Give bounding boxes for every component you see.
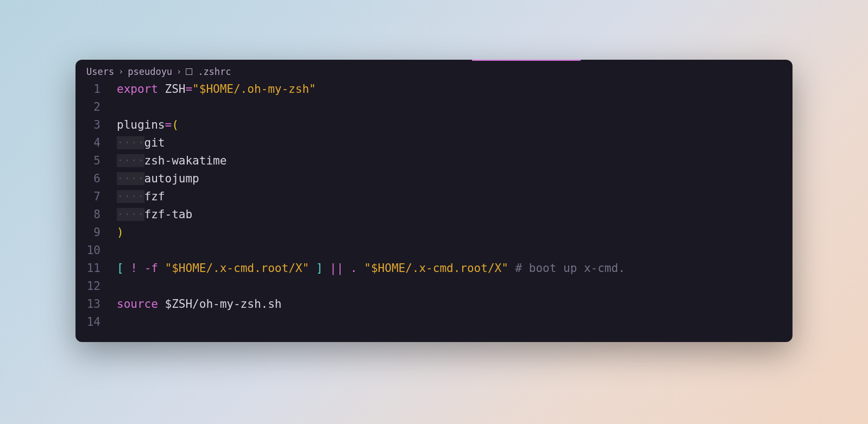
token: plugins <box>117 118 165 131</box>
code-line[interactable]: 12 <box>76 280 792 298</box>
token <box>158 262 165 275</box>
token: "$HOME/.x-cmd.root/X" <box>364 262 508 275</box>
code-line[interactable]: 13source $ZSH/oh-my-zsh.sh <box>76 298 792 315</box>
code-line[interactable]: 11[ ! -f "$HOME/.x-cmd.root/X" ] || . "$… <box>76 262 792 280</box>
line-number: 13 <box>76 298 117 311</box>
line-content[interactable]: ····fzf <box>117 190 165 203</box>
token: # boot up x-cmd. <box>515 262 625 275</box>
code-line[interactable]: 10 <box>76 244 792 262</box>
line-number: 12 <box>76 280 117 293</box>
line-number: 11 <box>76 262 117 275</box>
code-line[interactable]: 3plugins=( <box>76 118 792 136</box>
chevron-right-icon: › <box>177 67 181 77</box>
code-area[interactable]: 1export ZSH="$HOME/.oh-my-zsh"23plugins=… <box>76 80 792 342</box>
code-line[interactable]: 2 <box>76 100 792 118</box>
line-number: 5 <box>76 154 117 167</box>
token <box>124 262 131 275</box>
token: || <box>330 262 343 275</box>
token: = <box>185 83 192 96</box>
tab-indicator <box>472 60 581 61</box>
token <box>158 83 165 96</box>
token: "$HOME/.x-cmd.root/X" <box>165 262 310 275</box>
token: "$HOME/.oh-my-zsh" <box>192 83 316 96</box>
token: ···· <box>117 190 144 203</box>
breadcrumb-file[interactable]: .zshrc <box>198 66 231 77</box>
token: fzf-tab <box>144 208 193 221</box>
code-line[interactable]: 6····autojump <box>76 172 792 190</box>
line-content[interactable]: ····fzf-tab <box>117 208 192 221</box>
token <box>508 262 515 275</box>
breadcrumb[interactable]: Users › pseudoyu › .zshrc <box>76 60 792 80</box>
token: autojump <box>144 172 199 185</box>
line-number: 4 <box>76 136 117 149</box>
line-content[interactable]: export ZSH="$HOME/.oh-my-zsh" <box>117 83 316 96</box>
token <box>309 262 316 275</box>
token: git <box>144 136 165 149</box>
line-content[interactable]: ) <box>117 226 124 239</box>
code-line[interactable]: 4····git <box>76 136 792 154</box>
token <box>158 298 165 311</box>
token: export <box>117 83 158 96</box>
token: = <box>165 118 172 131</box>
token: source <box>117 298 158 311</box>
chevron-right-icon: › <box>118 67 123 77</box>
line-content[interactable]: ····git <box>117 136 165 149</box>
code-line[interactable]: 7····fzf <box>76 190 792 208</box>
editor-window: Users › pseudoyu › .zshrc 1export ZSH="$… <box>76 60 792 342</box>
code-line[interactable]: 14 <box>76 315 792 333</box>
file-icon <box>186 68 192 75</box>
line-content[interactable]: [ ! -f "$HOME/.x-cmd.root/X" ] || . "$HO… <box>117 262 625 275</box>
line-number: 7 <box>76 190 117 203</box>
token <box>343 262 350 275</box>
token: $ZSH <box>165 298 193 311</box>
token <box>357 262 364 275</box>
token: ···· <box>117 136 144 149</box>
token: ···· <box>117 172 144 185</box>
line-number: 8 <box>76 208 117 221</box>
token: ···· <box>117 208 144 221</box>
token: fzf <box>144 190 165 203</box>
token: . <box>350 262 357 275</box>
code-line[interactable]: 5····zsh-wakatime <box>76 154 792 172</box>
line-content[interactable]: plugins=( <box>117 118 179 131</box>
line-number: 9 <box>76 226 117 239</box>
line-content[interactable]: ····autojump <box>117 172 199 185</box>
token: ( <box>172 118 179 131</box>
line-number: 10 <box>76 244 117 257</box>
token: ! <box>130 262 137 275</box>
code-line[interactable]: 8····fzf-tab <box>76 208 792 226</box>
breadcrumb-part[interactable]: Users <box>86 66 114 77</box>
token: /oh-my-zsh.sh <box>192 298 281 311</box>
token: ZSH <box>165 83 186 96</box>
token: ] <box>316 262 323 275</box>
token <box>323 262 330 275</box>
code-line[interactable]: 9) <box>76 226 792 244</box>
line-content[interactable]: ····zsh-wakatime <box>117 154 227 167</box>
token: -f <box>144 262 158 275</box>
line-number: 2 <box>76 100 117 113</box>
breadcrumb-part[interactable]: pseudoyu <box>128 66 172 77</box>
line-content[interactable]: source $ZSH/oh-my-zsh.sh <box>117 298 281 311</box>
line-number: 1 <box>76 83 117 96</box>
line-number: 6 <box>76 172 117 185</box>
line-number: 3 <box>76 118 117 131</box>
token: ) <box>117 226 124 239</box>
line-number: 14 <box>76 315 117 328</box>
token: ···· <box>117 154 144 167</box>
token: [ <box>117 262 124 275</box>
code-line[interactable]: 1export ZSH="$HOME/.oh-my-zsh" <box>76 83 792 100</box>
token: zsh-wakatime <box>144 154 227 167</box>
token <box>137 262 144 275</box>
